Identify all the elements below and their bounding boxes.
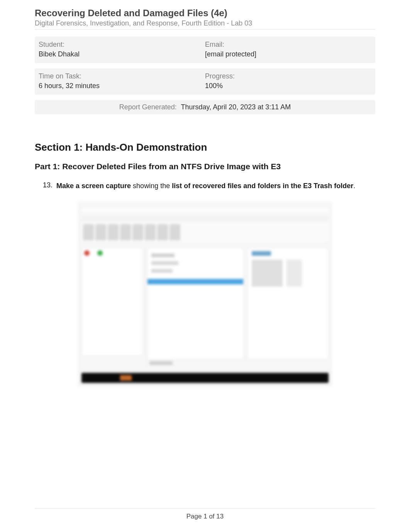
sp-right-panel bbox=[247, 248, 329, 360]
sp-toolbar bbox=[81, 208, 329, 220]
item-mid: showing the bbox=[131, 182, 172, 190]
student-label: Student: bbox=[39, 41, 205, 49]
document-page: Recovering Deleted and Damaged Files (4e… bbox=[0, 0, 410, 532]
sp-taskbar bbox=[81, 373, 329, 383]
email-value: [email protected] bbox=[205, 50, 371, 58]
student-col: Student: Bibek Dhakal bbox=[39, 41, 205, 58]
sp-label bbox=[149, 361, 173, 365]
part-title: Part 1: Recover Deleted Files from an NT… bbox=[35, 162, 375, 171]
report-generated-label: Report Generated: bbox=[119, 103, 177, 111]
section-title: Section 1: Hands-On Demonstration bbox=[35, 141, 375, 153]
highlighted-row bbox=[147, 279, 243, 284]
page-number: Page 1 of 13 bbox=[0, 513, 410, 520]
sp-sidebar bbox=[81, 248, 143, 356]
sp-ribbon bbox=[81, 223, 329, 242]
page-subtitle: Digital Forensics, Investigation, and Re… bbox=[35, 19, 375, 27]
task-info-block: Time on Task: 6 hours, 32 minutes Progre… bbox=[35, 68, 375, 95]
green-dot-icon bbox=[97, 250, 103, 256]
footer-divider bbox=[35, 508, 375, 509]
sp-main-panel bbox=[147, 248, 244, 360]
time-value: 6 hours, 32 minutes bbox=[39, 82, 205, 90]
progress-col: Progress: 100% bbox=[205, 72, 371, 90]
student-info-block: Student: Bibek Dhakal Email: [email prot… bbox=[35, 37, 375, 63]
time-col: Time on Task: 6 hours, 32 minutes bbox=[39, 72, 205, 90]
report-generated-block: Report Generated: Thursday, April 20, 20… bbox=[35, 100, 375, 114]
page-title: Recovering Deleted and Damaged Files (4e… bbox=[35, 8, 375, 19]
email-label: Email: bbox=[205, 41, 371, 49]
progress-label: Progress: bbox=[205, 72, 371, 80]
report-generated-value: Thursday, April 20, 2023 at 3:11 AM bbox=[181, 103, 291, 111]
email-col: Email: [email protected] bbox=[205, 41, 371, 58]
item-number: 13. bbox=[35, 181, 56, 190]
screenshot-image bbox=[78, 201, 332, 387]
instruction-item: 13. Make a screen capture showing the li… bbox=[35, 181, 375, 190]
item-end: . bbox=[353, 182, 355, 190]
time-label: Time on Task: bbox=[39, 72, 205, 80]
student-value: Bibek Dhakal bbox=[39, 50, 205, 58]
item-bold-2: list of recovered files and folders in t… bbox=[172, 182, 353, 190]
header-divider bbox=[35, 29, 375, 30]
item-text: Make a screen capture showing the list o… bbox=[56, 181, 375, 190]
item-bold-1: Make a screen capture bbox=[56, 182, 131, 190]
red-dot-icon bbox=[84, 250, 90, 256]
progress-value: 100% bbox=[205, 82, 371, 90]
